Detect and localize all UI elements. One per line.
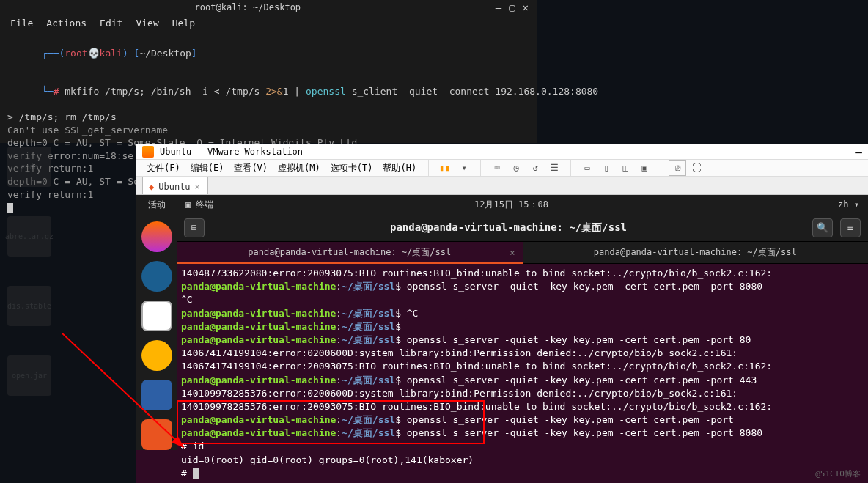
menu-edit[interactable]: Edit	[100, 18, 122, 29]
console-icon[interactable]: ⎚	[669, 160, 686, 176]
pause-icon[interactable]: ▮▮	[436, 160, 454, 176]
files-icon[interactable]	[141, 301, 172, 331]
terminal-tab-2[interactable]: panda@panda-virtual-machine: ~/桌面/ssl	[523, 242, 869, 263]
vmware-logo-icon	[142, 146, 154, 158]
menu-file[interactable]: 文件(F)	[142, 162, 185, 174]
desktop-icons: rede abre.tar.gz dis.stable open.jar	[7, 147, 51, 396]
fullscreen-icon[interactable]: ⛶	[688, 160, 705, 176]
clock[interactable]: 12月15日 15：08	[222, 199, 801, 211]
vmware-title: Ubuntu - VMware Workstation	[160, 147, 303, 157]
dropdown-icon[interactable]: ▾	[455, 160, 473, 176]
gnome-terminal-tabs: panda@panda-virtual-machine: ~/桌面/ssl × …	[177, 242, 868, 264]
kali-output: Can't use SSL_get_servername	[7, 124, 530, 137]
rhythmbox-icon[interactable]	[141, 340, 172, 371]
close-icon[interactable]: ✕	[523, 1, 529, 13]
gnome-terminal-header: ⊞ panda@panda-virtual-machine: ~/桌面/ssl …	[177, 214, 868, 242]
minimize-icon[interactable]: —	[496, 1, 501, 13]
ubuntu-screen: 活动 ▣ 终端 12月15日 15：08 zh ▾ ⊞ panda@panda-…	[136, 195, 868, 483]
ubuntu-topbar: ▣ 终端 12月15日 15：08 zh ▾	[177, 195, 868, 214]
kali-terminal-window: root@kali: ~/Desktop — ▢ ✕ File Actions …	[0, 0, 537, 143]
gnome-terminal-content[interactable]: 140487733622080:error:20093075:BIO routi…	[177, 264, 868, 483]
terminal-title: panda@panda-virtual-machine: ~/桌面/ssl	[212, 221, 805, 235]
tab-close-icon[interactable]: ×	[195, 182, 200, 192]
vmware-window: Ubuntu - VMware Workstation — 文件(F) 编辑(E…	[136, 144, 868, 483]
menu-file[interactable]: File	[10, 18, 33, 29]
layout1-icon[interactable]: ▭	[578, 160, 596, 176]
activities-button[interactable]: 活动	[136, 195, 177, 214]
revert-icon[interactable]: ↺	[526, 160, 544, 176]
vmware-titlebar[interactable]: Ubuntu - VMware Workstation —	[136, 144, 868, 160]
hamburger-icon[interactable]: ≡	[840, 218, 861, 237]
ubuntu-launcher	[136, 214, 177, 450]
watermark: @51CTO博客	[815, 468, 861, 479]
terminal-tab-1[interactable]: panda@panda-virtual-machine: ~/桌面/ssl ×	[177, 242, 523, 263]
tab-close-icon[interactable]: ×	[510, 248, 515, 258]
manage-icon[interactable]: ☰	[545, 160, 563, 176]
vmware-tabbar: ◆ Ubuntu ×	[136, 177, 868, 195]
vmware-menubar: 文件(F) 编辑(E) 查看(V) 虚拟机(M) 选项卡(T) 帮助(H) ▮▮…	[136, 160, 868, 177]
desktop-icon[interactable]: abre.tar.gz	[7, 216, 51, 257]
send-key-icon[interactable]: ⌨	[488, 160, 506, 176]
kali-menubar: File Actions Edit View Help	[0, 15, 537, 31]
new-tab-button[interactable]: ⊞	[184, 218, 205, 237]
menu-actions[interactable]: Actions	[46, 18, 87, 29]
kali-window-title: root@kali: ~/Desktop	[0, 2, 496, 12]
menu-view[interactable]: View	[136, 18, 158, 29]
menu-tabs[interactable]: 选项卡(T)	[326, 162, 378, 174]
menu-edit[interactable]: 编辑(E)	[186, 162, 229, 174]
menu-vm[interactable]: 虚拟机(M)	[273, 162, 325, 174]
software-icon[interactable]	[141, 419, 172, 450]
menu-help[interactable]: 帮助(H)	[378, 162, 421, 174]
thunderbird-icon[interactable]	[141, 261, 172, 292]
terminal-app-label[interactable]: 终端	[196, 199, 213, 210]
minimize-icon[interactable]: —	[855, 145, 862, 159]
kali-titlebar[interactable]: root@kali: ~/Desktop — ▢ ✕	[0, 0, 537, 15]
layout3-icon[interactable]: ◫	[617, 160, 634, 176]
layout4-icon[interactable]: ▣	[636, 160, 653, 176]
maximize-icon[interactable]: ▢	[509, 1, 515, 13]
layout2-icon[interactable]: ▯	[597, 160, 615, 176]
snapshot-icon[interactable]: ◷	[507, 160, 525, 176]
desktop-icon[interactable]: dis.stable	[7, 286, 51, 326]
vmware-tab-ubuntu[interactable]: ◆ Ubuntu ×	[142, 177, 208, 194]
desktop-icon[interactable]: open.jar	[7, 355, 51, 396]
lang-indicator[interactable]: zh ▾	[801, 199, 859, 210]
desktop-icon[interactable]: rede	[7, 147, 51, 187]
firefox-icon[interactable]	[141, 221, 172, 252]
menu-help[interactable]: Help	[172, 18, 195, 29]
search-icon[interactable]: 🔍	[812, 218, 833, 237]
writer-icon[interactable]	[141, 380, 172, 410]
menu-view[interactable]: 查看(V)	[229, 162, 272, 174]
